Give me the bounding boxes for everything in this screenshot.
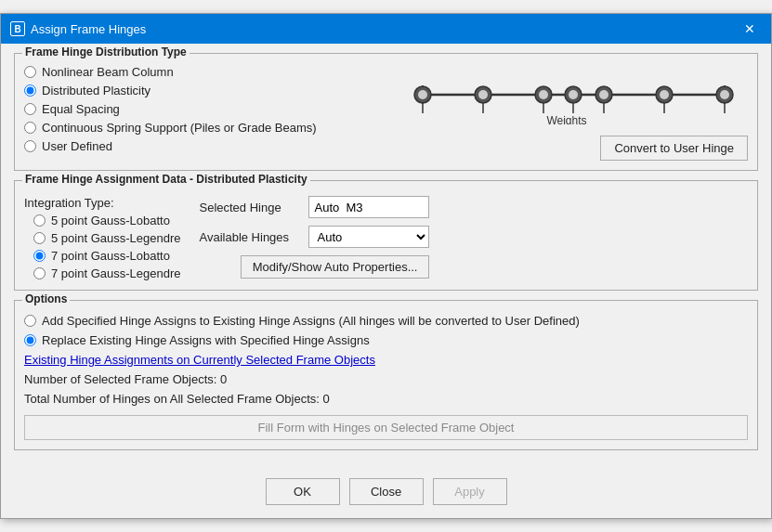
replace-option-label: Replace Existing Hinge Assigns with Spec…: [42, 333, 370, 347]
dialog-title: Assign Frame Hinges: [31, 22, 146, 36]
hinge-fields-group: Selected Hinge Available Hinges Auto Mod…: [199, 196, 429, 279]
radio-gleg7[interactable]: 7 point Gauss-Legendre: [33, 266, 180, 280]
title-bar-left: B Assign Frame Hinges: [10, 21, 146, 36]
beam-diagram: Weights Convert to User Hinge: [395, 69, 748, 161]
svg-point-14: [660, 90, 669, 99]
integration-type-group: Integration Type: 5 point Gauss-Lobatto …: [24, 196, 180, 280]
assignment-data-section: Frame Hinge Assignment Data - Distribute…: [14, 180, 758, 291]
available-hinges-select[interactable]: Auto: [308, 226, 429, 248]
existing-hinge-assignments-link[interactable]: Existing Hinge Assignments on Currently …: [24, 353, 748, 367]
radio-continuous[interactable]: Continuous Spring Support (Piles or Grad…: [24, 121, 317, 135]
svg-text:Weights: Weights: [546, 114, 586, 124]
available-hinges-label: Available Hinges: [199, 230, 301, 244]
modify-show-auto-properties-button[interactable]: Modify/Show Auto Properties...: [241, 255, 430, 279]
integration-radios: 5 point Gauss-Lobatto 5 point Gauss-Lege…: [24, 214, 180, 280]
radio-continuous-label: Continuous Spring Support (Piles or Grad…: [42, 121, 317, 135]
close-button[interactable]: Close: [349, 478, 424, 505]
svg-point-6: [478, 90, 488, 99]
options-section: Options Add Specified Hinge Assigns to E…: [14, 300, 758, 450]
radio-gl5[interactable]: 5 point Gauss-Lobatto: [33, 214, 180, 227]
fill-form-button: Fill Form with Hinges on Selected Frame …: [24, 415, 748, 440]
dialog-body: Frame Hinge Distribution Type Nonlinear …: [1, 44, 771, 471]
dialog-footer: OK Close Apply: [1, 471, 771, 518]
title-bar: B Assign Frame Hinges ✕: [1, 14, 771, 44]
radio-distributed[interactable]: Distributed Plasticity: [24, 84, 317, 97]
options-section-label: Options: [22, 292, 70, 305]
svg-point-10: [569, 90, 578, 99]
selected-hinge-input[interactable]: [308, 196, 429, 218]
radio-gl5-label: 5 point Gauss-Lobatto: [51, 214, 170, 227]
radio-distributed-label: Distributed Plasticity: [42, 84, 150, 97]
radio-gleg5-label: 5 point Gauss-Legendre: [51, 231, 180, 245]
radio-replace-option[interactable]: Replace Existing Hinge Assigns with Spec…: [24, 333, 748, 347]
assignment-section-label: Frame Hinge Assignment Data - Distribute…: [22, 173, 310, 186]
radio-equal[interactable]: Equal Spacing: [24, 102, 317, 116]
svg-point-12: [599, 90, 608, 99]
radio-gl7-label: 7 point Gauss-Lobatto: [51, 249, 170, 263]
add-option-label: Add Specified Hinge Assigns to Existing …: [42, 314, 580, 328]
selected-hinge-row: Selected Hinge: [199, 196, 429, 218]
radio-gleg7-label: 7 point Gauss-Legendre: [51, 266, 180, 280]
close-icon[interactable]: ✕: [738, 19, 762, 38]
app-icon: B: [10, 21, 25, 36]
available-hinges-row: Available Hinges Auto: [199, 226, 429, 248]
num-objects-text: Number of Selected Frame Objects: 0: [24, 372, 748, 386]
radio-user-label: User Defined: [42, 139, 112, 153]
integration-type-label: Integration Type:: [24, 196, 180, 210]
options-section-content: Add Specified Hinge Assigns to Existing …: [24, 314, 748, 440]
apply-button[interactable]: Apply: [433, 478, 507, 505]
selected-hinge-label: Selected Hinge: [199, 201, 301, 214]
radio-gleg5[interactable]: 5 point Gauss-Legendre: [33, 231, 180, 245]
radio-nonlinear-label: Nonlinear Beam Column: [42, 65, 174, 79]
distribution-radio-group: Nonlinear Beam Column Distributed Plasti…: [24, 65, 317, 153]
distribution-section-label: Frame Hinge Distribution Type: [22, 45, 190, 58]
svg-point-16: [720, 90, 729, 99]
total-hinges-text: Total Number of Hinges on All Selected F…: [24, 392, 748, 406]
svg-point-4: [418, 90, 427, 99]
beam-visualization: Weights: [395, 69, 748, 124]
assignment-section-content: Integration Type: 5 point Gauss-Lobatto …: [24, 196, 748, 280]
distribution-type-section: Frame Hinge Distribution Type Nonlinear …: [14, 53, 758, 171]
assign-frame-hinges-dialog: B Assign Frame Hinges ✕ Frame Hinge Dist…: [0, 13, 772, 519]
hinge-fields: Selected Hinge Available Hinges Auto: [199, 196, 429, 248]
ok-button[interactable]: OK: [266, 478, 340, 505]
radio-gl7[interactable]: 7 point Gauss-Lobatto: [33, 249, 180, 263]
svg-point-8: [539, 90, 548, 99]
radio-add-option[interactable]: Add Specified Hinge Assigns to Existing …: [24, 314, 748, 328]
distribution-section-content: Nonlinear Beam Column Distributed Plasti…: [24, 65, 748, 161]
radio-user[interactable]: User Defined: [24, 139, 317, 153]
convert-to-user-hinge-button[interactable]: Convert to User Hinge: [600, 136, 748, 161]
beam-svg: Weights: [395, 69, 748, 124]
radio-nonlinear[interactable]: Nonlinear Beam Column: [24, 65, 317, 79]
radio-equal-label: Equal Spacing: [42, 102, 120, 116]
